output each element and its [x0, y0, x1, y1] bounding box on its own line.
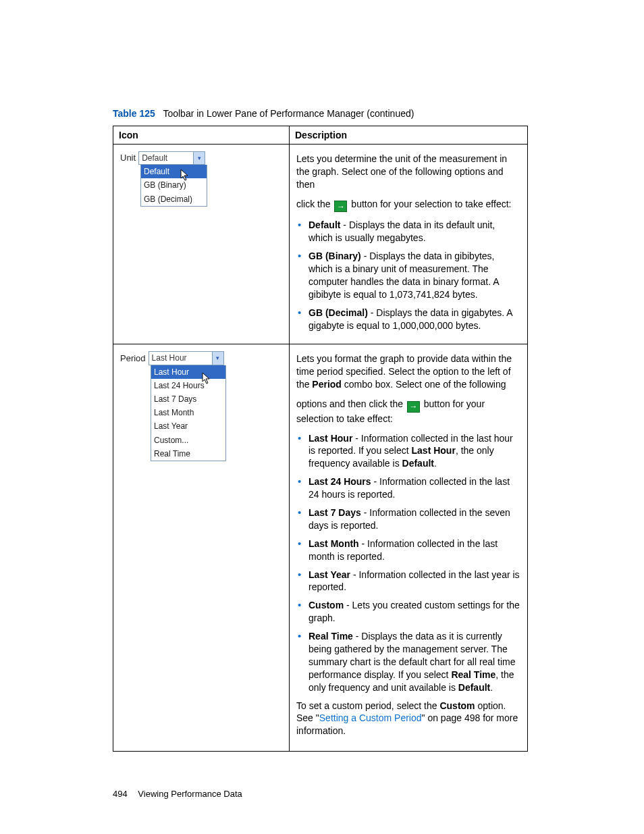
unit-label: Unit	[120, 152, 136, 164]
paragraph: options and then click the → button for …	[296, 398, 520, 425]
dropdown-item-last-month[interactable]: Last Month	[151, 406, 225, 419]
page-footer: 494 Viewing Performance Data	[113, 789, 549, 799]
list-item: GB (Decimal) - Displays the data in giga…	[296, 307, 520, 332]
dropdown-item-custom[interactable]: Custom...	[151, 434, 225, 447]
dropdown-item-default[interactable]: Default	[141, 165, 207, 178]
page-content: Table 125 Toolbar in Lower Pane of Perfo…	[0, 0, 644, 834]
desc-cell-unit: Lets you determine the unit of the measu…	[290, 145, 528, 344]
list-item: Real Time - Displays the data as it is c…	[296, 630, 520, 694]
unit-combobox-value: Default	[139, 152, 193, 164]
footer-title: Viewing Performance Data	[138, 789, 242, 799]
paragraph: Lets you format the graph to provide dat…	[296, 353, 520, 391]
table-number: Table 125	[113, 108, 155, 119]
cursor-icon	[180, 169, 192, 181]
list-item: Last Month - Information collected in th…	[296, 538, 520, 563]
dropdown-item-last-7[interactable]: Last 7 Days	[151, 392, 225, 406]
unit-combobox[interactable]: Default ▾	[138, 151, 205, 165]
paragraph: click the → button for your selection to…	[296, 198, 520, 213]
period-label: Period	[120, 353, 146, 365]
header-icon: Icon	[113, 126, 290, 145]
list-item: Last 24 Hours - Information collected in…	[296, 475, 520, 501]
dropdown-item-last-hour[interactable]: Last Hour	[151, 365, 225, 379]
dropdown-item-last-year[interactable]: Last Year	[151, 419, 225, 433]
chevron-down-icon[interactable]: ▾	[212, 352, 223, 364]
go-arrow-icon[interactable]: →	[407, 401, 420, 413]
bullet-list: Default - Displays the data in its defau…	[296, 219, 520, 332]
desc-cell-period: Lets you format the graph to provide dat…	[290, 344, 528, 752]
dropdown-item-gb-decimal[interactable]: GB (Decimal)	[141, 192, 207, 206]
unit-dropdown-illustration: Unit Default ▾ Default GB (Binary) GB (D…	[120, 151, 282, 207]
icon-cell-unit: Unit Default ▾ Default GB (Binary) GB (D…	[113, 145, 290, 344]
header-description: Description	[290, 126, 528, 145]
table-title: Toolbar in Lower Pane of Performance Man…	[163, 108, 414, 119]
period-dropdown-illustration: Period Last Hour ▾ Last Hour Last 24 Hou…	[120, 351, 282, 461]
list-item: Custom - Lets you created custom setting…	[296, 599, 520, 625]
dropdown-item-gb-binary[interactable]: GB (Binary)	[141, 178, 207, 192]
period-dropdown-list[interactable]: Last Hour Last 24 Hours Last 7 Days Last…	[151, 365, 226, 461]
chevron-down-icon[interactable]: ▾	[193, 152, 205, 164]
unit-dropdown-list[interactable]: Default GB (Binary) GB (Decimal)	[140, 165, 207, 207]
period-combobox[interactable]: Last Hour ▾	[149, 351, 224, 365]
list-item: Default - Displays the data in its defau…	[296, 219, 520, 244]
period-combobox-value: Last Hour	[149, 352, 212, 364]
list-item: GB (Binary) - Displays the data in gibib…	[296, 250, 520, 301]
dropdown-item-real-time[interactable]: Real Time	[151, 447, 225, 461]
paragraph: To set a custom period, select the Custo…	[296, 700, 520, 738]
table-caption: Table 125 Toolbar in Lower Pane of Perfo…	[113, 108, 549, 119]
toolbar-table: Icon Description Unit Default ▾	[113, 126, 528, 752]
list-item: Last 7 Days - Information collected in t…	[296, 506, 520, 532]
table-row: Period Last Hour ▾ Last Hour Last 24 Hou…	[113, 344, 528, 752]
list-item: Last Year - Information collected in the…	[296, 569, 520, 594]
table-row: Unit Default ▾ Default GB (Binary) GB (D…	[113, 145, 528, 344]
paragraph: Lets you determine the unit of the measu…	[296, 153, 520, 191]
go-arrow-icon[interactable]: →	[334, 201, 347, 212]
list-item: Last Hour - Information collected in the…	[296, 432, 520, 471]
bullet-list: Last Hour - Information collected in the…	[296, 432, 520, 694]
icon-cell-period: Period Last Hour ▾ Last Hour Last 24 Hou…	[113, 344, 290, 752]
dropdown-item-last-24[interactable]: Last 24 Hours	[151, 379, 225, 392]
cursor-icon	[202, 372, 214, 384]
page-number: 494	[113, 789, 128, 799]
link-custom-period[interactable]: Setting a Custom Period	[319, 712, 422, 723]
